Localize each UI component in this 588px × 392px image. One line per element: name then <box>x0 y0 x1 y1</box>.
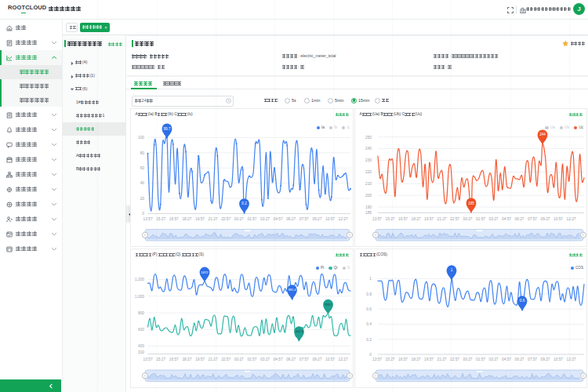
svg-text:18:27: 18:27 <box>411 358 420 361</box>
svg-text:18:27: 18:27 <box>411 217 420 221</box>
svg-text:10:57: 10:57 <box>554 358 563 361</box>
svg-text:1: 1 <box>369 277 372 281</box>
svg-text:15:27: 15:27 <box>156 358 165 361</box>
svg-text:01:57: 01:57 <box>247 217 256 221</box>
svg-text:60: 60 <box>140 166 145 170</box>
svg-text:16:57: 16:57 <box>169 358 179 361</box>
svg-text:01:57: 01:57 <box>247 358 256 361</box>
svg-text:19:57: 19:57 <box>195 358 205 361</box>
svg-text:07:57: 07:57 <box>528 217 537 221</box>
svg-text:01:57: 01:57 <box>476 217 485 221</box>
svg-text:07:57: 07:57 <box>299 358 309 361</box>
svg-text:10:57: 10:57 <box>554 217 563 221</box>
svg-text:12:27: 12:27 <box>566 358 575 361</box>
svg-text:00:27: 00:27 <box>234 217 244 221</box>
svg-text:18:27: 18:27 <box>182 217 191 221</box>
svg-text:0.8: 0.8 <box>366 292 372 296</box>
svg-text:0: 0 <box>142 212 144 216</box>
svg-text:09:27: 09:27 <box>312 358 321 361</box>
svg-text:09:27: 09:27 <box>312 217 321 221</box>
svg-text:16:57: 16:57 <box>398 358 408 361</box>
svg-text:06:27: 06:27 <box>286 217 296 221</box>
svg-text:0.6: 0.6 <box>520 299 525 303</box>
svg-text:16:57: 16:57 <box>169 217 179 221</box>
svg-text:185: 185 <box>365 211 372 215</box>
svg-text:13:57: 13:57 <box>143 358 153 361</box>
svg-text:310: 310 <box>138 350 144 354</box>
svg-text:13:57: 13:57 <box>372 217 382 221</box>
svg-text:16:57: 16:57 <box>398 217 408 221</box>
svg-text:981.4: 981.4 <box>289 288 297 292</box>
svg-text:230: 230 <box>365 158 372 162</box>
svg-text:03:27: 03:27 <box>488 217 498 221</box>
svg-text:13:57: 13:57 <box>372 358 382 361</box>
svg-text:22:57: 22:57 <box>221 217 230 221</box>
svg-text:13:57: 13:57 <box>143 217 153 221</box>
svg-text:10:57: 10:57 <box>325 217 335 221</box>
svg-text:210: 210 <box>365 182 372 186</box>
svg-text:600: 600 <box>138 328 144 332</box>
svg-text:21:27: 21:27 <box>437 358 446 361</box>
svg-text:1: 1 <box>451 268 453 272</box>
svg-text:15:27: 15:27 <box>385 358 394 361</box>
svg-text:22:57: 22:57 <box>450 358 459 361</box>
svg-text:220: 220 <box>365 170 372 174</box>
svg-text:1,000: 1,000 <box>135 295 144 299</box>
svg-text:12:27: 12:27 <box>339 358 348 361</box>
svg-text:400: 400 <box>138 344 144 348</box>
svg-text:21:27: 21:27 <box>437 217 446 221</box>
svg-text:03:27: 03:27 <box>488 358 498 361</box>
svg-text:04:57: 04:57 <box>274 358 283 361</box>
svg-text:20: 20 <box>140 197 145 201</box>
svg-text:07:57: 07:57 <box>299 217 309 221</box>
svg-text:22:57: 22:57 <box>450 217 459 221</box>
svg-text:0.6: 0.6 <box>366 307 372 311</box>
svg-text:06:27: 06:27 <box>286 358 296 361</box>
svg-text:00:27: 00:27 <box>234 358 244 361</box>
svg-text:100: 100 <box>138 136 144 140</box>
svg-text:1,200: 1,200 <box>135 278 144 281</box>
svg-text:0: 0 <box>369 353 372 357</box>
svg-text:19:57: 19:57 <box>424 217 434 221</box>
svg-text:09:27: 09:27 <box>540 358 550 361</box>
svg-text:15:27: 15:27 <box>385 217 394 221</box>
svg-text:00:27: 00:27 <box>463 358 472 361</box>
svg-text:0.2: 0.2 <box>366 338 372 342</box>
svg-text:18:27: 18:27 <box>182 358 191 361</box>
svg-text:19:57: 19:57 <box>195 217 205 221</box>
svg-text:09:27: 09:27 <box>540 217 550 221</box>
svg-text:244: 244 <box>539 132 546 136</box>
svg-text:03:27: 03:27 <box>260 217 270 221</box>
svg-text:06:27: 06:27 <box>514 358 524 361</box>
svg-text:12:27: 12:27 <box>339 217 348 221</box>
svg-text:0.4: 0.4 <box>366 322 372 326</box>
svg-text:07:57: 07:57 <box>528 358 537 361</box>
svg-text:10:57: 10:57 <box>325 358 335 361</box>
svg-text:0.2: 0.2 <box>241 201 247 205</box>
svg-text:800: 800 <box>138 311 144 315</box>
svg-text:06:27: 06:27 <box>514 217 524 221</box>
svg-text:21:27: 21:27 <box>209 217 218 221</box>
svg-text:01:57: 01:57 <box>476 358 485 361</box>
svg-text:15:27: 15:27 <box>156 217 165 221</box>
svg-text:1872: 1872 <box>201 270 209 274</box>
svg-text:04:57: 04:57 <box>502 358 511 361</box>
svg-text:03:27: 03:27 <box>260 358 270 361</box>
svg-text:250: 250 <box>365 136 372 140</box>
svg-text:22:57: 22:57 <box>221 358 230 361</box>
svg-text:21:27: 21:27 <box>209 358 218 361</box>
svg-text:200: 200 <box>365 194 372 198</box>
svg-text:40: 40 <box>140 181 145 185</box>
svg-text:80: 80 <box>140 151 145 155</box>
svg-text:12:27: 12:27 <box>566 217 575 221</box>
svg-text:19:57: 19:57 <box>424 358 434 361</box>
svg-text:502.4: 502.4 <box>296 329 304 333</box>
svg-text:185: 185 <box>468 201 474 205</box>
svg-text:00:27: 00:27 <box>463 217 472 221</box>
svg-text:799.2: 799.2 <box>325 303 332 307</box>
svg-text:240: 240 <box>365 147 372 151</box>
svg-text:99.7: 99.7 <box>164 127 171 131</box>
svg-text:04:57: 04:57 <box>502 217 511 221</box>
svg-text:04:57: 04:57 <box>274 217 283 221</box>
svg-text:190: 190 <box>365 205 372 209</box>
